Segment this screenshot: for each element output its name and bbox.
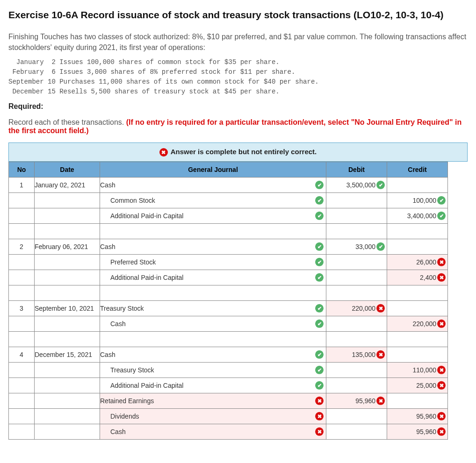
general-journal-cell[interactable] — [100, 285, 326, 301]
general-journal-cell[interactable]: Cash — [100, 347, 326, 363]
x-icon — [437, 366, 446, 374]
general-journal-cell[interactable]: Additional Paid-in Capital — [100, 270, 326, 285]
credit-cell[interactable]: 25,000 — [387, 378, 448, 393]
date-cell[interactable] — [35, 316, 100, 332]
x-icon — [437, 427, 446, 436]
general-journal-cell[interactable] — [100, 224, 326, 239]
credit-cell[interactable] — [387, 332, 448, 347]
date-cell[interactable]: December 15, 2021 — [35, 347, 100, 363]
status-text: Answer is complete but not entirely corr… — [171, 148, 317, 156]
debit-cell[interactable] — [326, 363, 387, 378]
x-icon — [437, 412, 446, 420]
date-cell[interactable] — [35, 285, 100, 301]
account-text: Treasury Stock — [110, 366, 154, 374]
account-text: Preferred Stock — [110, 258, 156, 266]
debit-cell[interactable]: 220,000 — [326, 301, 387, 316]
date-cell[interactable] — [35, 424, 100, 440]
credit-cell[interactable]: 220,000 — [387, 316, 448, 332]
credit-cell[interactable]: 2,400 — [387, 270, 448, 285]
account-text: Additional Paid-in Capital — [110, 274, 183, 281]
date-cell[interactable] — [35, 409, 100, 424]
debit-cell[interactable] — [326, 224, 387, 239]
date-cell[interactable]: January 02, 2021 — [35, 178, 100, 193]
debit-cell[interactable]: 33,000 — [326, 239, 387, 255]
date-cell[interactable]: February 06, 2021 — [35, 239, 100, 255]
col-debit-header: Debit — [326, 162, 387, 178]
debit-cell[interactable] — [326, 332, 387, 347]
date-cell[interactable] — [35, 363, 100, 378]
check-icon — [315, 181, 324, 189]
debit-cell[interactable] — [326, 270, 387, 285]
date-cell[interactable] — [35, 255, 100, 270]
check-icon — [315, 304, 324, 313]
col-gj-header: General Journal — [100, 162, 326, 178]
table-row: Cash95,960 — [9, 424, 448, 440]
no-cell — [9, 409, 35, 424]
general-journal-cell[interactable]: Dividends — [100, 409, 326, 424]
debit-cell[interactable]: 3,500,000 — [326, 178, 387, 193]
check-icon — [315, 320, 324, 328]
account-text: Additional Paid-in Capital — [110, 212, 183, 220]
credit-cell[interactable] — [387, 347, 448, 363]
general-journal-cell[interactable]: Additional Paid-in Capital — [100, 208, 326, 224]
date-cell[interactable] — [35, 193, 100, 208]
table-row — [9, 332, 448, 347]
check-icon — [315, 366, 324, 374]
check-icon — [315, 350, 324, 359]
date-cell[interactable] — [35, 378, 100, 393]
general-journal-cell[interactable]: Cash — [100, 239, 326, 255]
debit-cell[interactable] — [326, 255, 387, 270]
credit-cell[interactable] — [387, 178, 448, 193]
general-journal-cell[interactable]: Preferred Stock — [100, 255, 326, 270]
credit-cell[interactable]: 95,960 — [387, 424, 448, 440]
general-journal-cell[interactable] — [100, 332, 326, 347]
check-icon — [315, 212, 324, 220]
date-cell[interactable] — [35, 270, 100, 285]
date-cell[interactable]: September 10, 2021 — [35, 301, 100, 316]
credit-cell[interactable]: 95,960 — [387, 409, 448, 424]
general-journal-cell[interactable]: Cash — [100, 316, 326, 332]
general-journal-cell[interactable]: Cash — [100, 424, 326, 440]
general-journal-cell[interactable]: Cash — [100, 178, 326, 193]
date-cell[interactable] — [35, 224, 100, 239]
credit-cell[interactable]: 26,000 — [387, 255, 448, 270]
credit-cell[interactable] — [387, 239, 448, 255]
debit-cell[interactable] — [326, 285, 387, 301]
debit-cell[interactable] — [326, 316, 387, 332]
debit-cell[interactable]: 95,960 — [326, 393, 387, 409]
credit-cell[interactable]: 110,000 — [387, 363, 448, 378]
credit-cell[interactable]: 3,400,000 — [387, 208, 448, 224]
no-cell: 2 — [9, 239, 35, 255]
general-journal-cell[interactable]: Common Stock — [100, 193, 326, 208]
credit-cell[interactable] — [387, 301, 448, 316]
date-cell[interactable] — [35, 332, 100, 347]
date-cell[interactable] — [35, 393, 100, 409]
table-row — [9, 224, 448, 239]
table-row: Additional Paid-in Capital2,400 — [9, 270, 448, 285]
check-icon — [437, 196, 446, 205]
credit-cell[interactable] — [387, 224, 448, 239]
debit-cell[interactable] — [326, 409, 387, 424]
no-cell — [9, 378, 35, 393]
no-cell — [9, 316, 35, 332]
debit-cell[interactable] — [326, 208, 387, 224]
general-journal-cell[interactable]: Treasury Stock — [100, 363, 326, 378]
no-cell — [9, 270, 35, 285]
debit-cell[interactable]: 135,000 — [326, 347, 387, 363]
table-row: Additional Paid-in Capital25,000 — [9, 378, 448, 393]
x-icon — [376, 304, 385, 313]
check-icon — [315, 273, 324, 282]
credit-cell[interactable] — [387, 285, 448, 301]
debit-cell[interactable] — [326, 193, 387, 208]
general-journal-cell[interactable]: Treasury Stock — [100, 301, 326, 316]
general-journal-cell[interactable]: Additional Paid-in Capital — [100, 378, 326, 393]
debit-cell[interactable] — [326, 424, 387, 440]
credit-cell[interactable] — [387, 393, 448, 409]
credit-cell[interactable]: 100,000 — [387, 193, 448, 208]
account-text: Common Stock — [110, 197, 155, 204]
debit-cell[interactable] — [326, 378, 387, 393]
required-instruction: Record each of these transactions. (If n… — [8, 118, 468, 135]
general-journal-cell[interactable]: Retained Earnings — [100, 393, 326, 409]
date-cell[interactable] — [35, 208, 100, 224]
account-text: Additional Paid-in Capital — [110, 382, 183, 389]
